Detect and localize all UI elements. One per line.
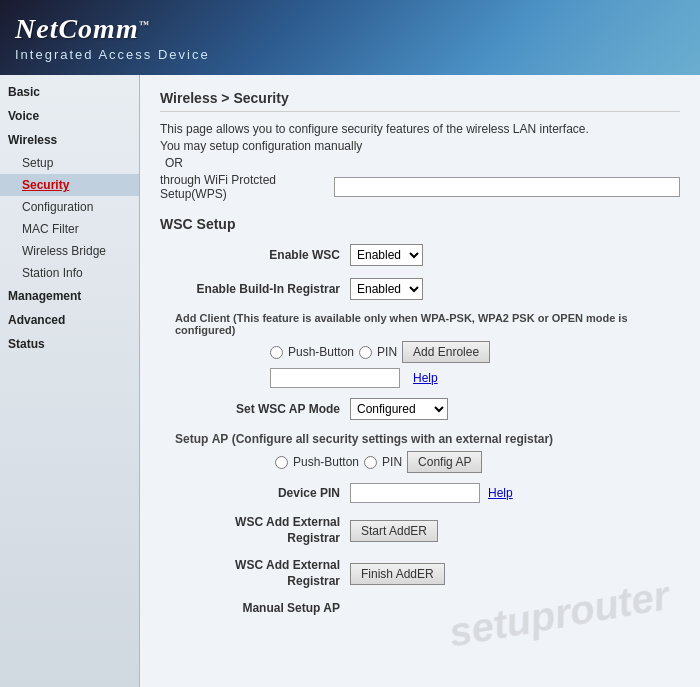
client-pin-input[interactable] [270, 368, 400, 388]
sidebar-item-status[interactable]: Status [0, 332, 139, 356]
wsc-add-external2-label: WSC Add ExternalRegistrar [170, 558, 350, 589]
content-area: Wireless > Security This page allows you… [140, 75, 700, 687]
device-pin-help-link[interactable]: Help [488, 486, 513, 500]
manual-setup-label: Manual Setup AP [170, 601, 350, 615]
setup-ap-row: Setup AP (Configure all security setting… [160, 432, 680, 473]
sidebar-item-mac-filter[interactable]: MAC Filter [0, 218, 139, 240]
enable-wsc-label: Enable WSC [170, 248, 350, 262]
setup-push-button-label: Push-Button [293, 455, 359, 469]
sidebar-item-management[interactable]: Management [0, 284, 139, 308]
sidebar-item-station-info[interactable]: Station Info [0, 262, 139, 284]
add-client-desc: Add Client (This feature is available on… [160, 312, 680, 336]
enable-wsc-select[interactable]: Enabled Disabled [350, 244, 423, 266]
wsc-section-title: WSC Setup [160, 216, 680, 232]
push-button-label: Push-Button [288, 345, 354, 359]
wsc-add-external1-row: WSC Add ExternalRegistrar Start AddER [160, 515, 680, 546]
page-title: Wireless > Security [160, 90, 680, 112]
setup-pin-radio[interactable] [364, 456, 377, 469]
wps-label: through WiFi Protcted Setup(WPS) [160, 173, 329, 201]
logo-subtitle: Integrated Access Device [15, 47, 210, 62]
device-pin-row: Device PIN Help [160, 483, 680, 503]
add-client-row: Add Client (This feature is available on… [160, 312, 680, 388]
logo-text: NetComm™ [15, 13, 210, 45]
enable-buildin-select[interactable]: Enabled Disabled [350, 278, 423, 300]
sidebar-item-wireless[interactable]: Wireless [0, 128, 139, 152]
wps-field-row: through WiFi Protcted Setup(WPS) [160, 173, 680, 201]
client-radio-group: Push-Button PIN Add Enrolee [160, 341, 680, 363]
push-button-radio[interactable] [270, 346, 283, 359]
wps-input[interactable] [334, 177, 680, 197]
client-input-row: Help [160, 368, 680, 388]
description-line2: You may setup configuration manually [160, 139, 680, 153]
enable-wsc-row: Enable WSC Enabled Disabled [160, 244, 680, 266]
add-enrolee-button[interactable]: Add Enrolee [402, 341, 490, 363]
sidebar-item-wireless-bridge[interactable]: Wireless Bridge [0, 240, 139, 262]
set-wsc-ap-row: Set WSC AP Mode Configured Unconfigured [160, 398, 680, 420]
sidebar-item-security[interactable]: Security [0, 174, 139, 196]
config-ap-button[interactable]: Config AP [407, 451, 482, 473]
sidebar: Basic Voice Wireless Setup Security Conf… [0, 75, 140, 687]
setup-push-button-radio[interactable] [275, 456, 288, 469]
logo-container: NetComm™ Integrated Access Device [15, 13, 210, 62]
enable-buildin-label: Enable Build-In Registrar [170, 282, 350, 296]
device-pin-label: Device PIN [170, 486, 350, 500]
start-adder-button[interactable]: Start AddER [350, 520, 438, 542]
client-help-link[interactable]: Help [413, 371, 438, 385]
sidebar-item-voice[interactable]: Voice [0, 104, 139, 128]
pin-radio[interactable] [359, 346, 372, 359]
device-pin-input[interactable] [350, 483, 480, 503]
sidebar-item-advanced[interactable]: Advanced [0, 308, 139, 332]
set-wsc-label: Set WSC AP Mode [170, 402, 350, 416]
or-text: OR [160, 156, 680, 170]
set-wsc-ap-select[interactable]: Configured Unconfigured [350, 398, 448, 420]
header: NetComm™ Integrated Access Device [0, 0, 700, 75]
description-line1: This page allows you to configure securi… [160, 122, 680, 136]
main-layout: Basic Voice Wireless Setup Security Conf… [0, 75, 700, 687]
wsc-add-external2-row: WSC Add ExternalRegistrar Finish AddER [160, 558, 680, 589]
sidebar-item-setup[interactable]: Setup [0, 152, 139, 174]
enable-buildin-row: Enable Build-In Registrar Enabled Disabl… [160, 278, 680, 300]
header-decoration [500, 0, 700, 75]
wsc-add-external1-label: WSC Add ExternalRegistrar [170, 515, 350, 546]
pin-label: PIN [377, 345, 397, 359]
sidebar-item-basic[interactable]: Basic [0, 80, 139, 104]
setup-ap-desc: Setup AP (Configure all security setting… [175, 432, 680, 446]
manual-setup-row: Manual Setup AP [160, 601, 680, 615]
setup-ap-radio-row: Push-Button PIN Config AP [175, 451, 680, 473]
sidebar-item-configuration[interactable]: Configuration [0, 196, 139, 218]
setup-pin-label: PIN [382, 455, 402, 469]
finish-adder-button[interactable]: Finish AddER [350, 563, 445, 585]
